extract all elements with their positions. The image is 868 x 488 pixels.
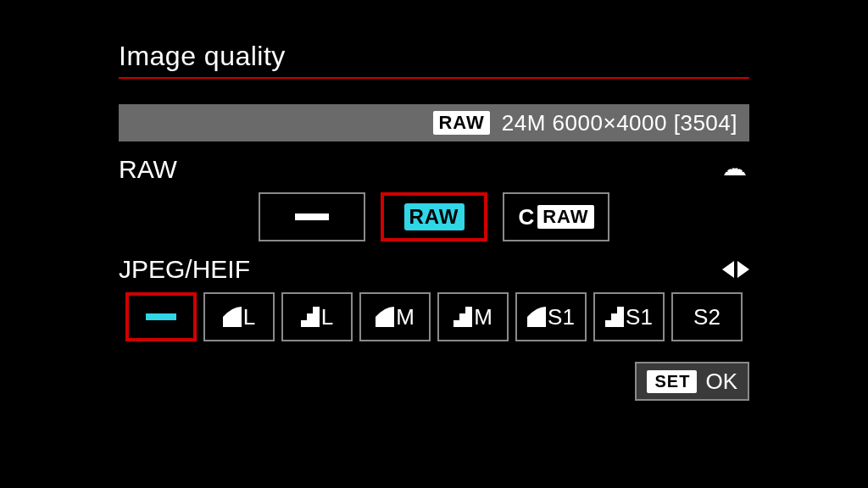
raw-option-craw[interactable]: C RAW [503, 192, 609, 241]
raw-label: RAW [119, 155, 177, 184]
raw-options: RAW C RAW [119, 192, 749, 241]
size-label: M [396, 304, 415, 330]
arrow-right-icon [737, 261, 749, 278]
title-bar: Image quality [119, 41, 749, 79]
raw-row-header: RAW [119, 155, 749, 184]
raw-option-none[interactable] [259, 192, 365, 241]
image-quality-screen: Image quality RAW 24M 6000×4000 [3504] R… [0, 0, 868, 401]
raw-chip: RAW [404, 203, 465, 230]
fine-quality-icon [376, 307, 394, 327]
craw-badge: RAW [537, 205, 593, 229]
jpeg-label: JPEG/HEIF [119, 255, 250, 284]
size-label: S1 [548, 304, 575, 330]
size-label: M [474, 304, 492, 330]
craw-prefix: C [518, 204, 534, 230]
ok-label: OK [705, 369, 737, 395]
page-title: Image quality [119, 41, 749, 72]
resolution-text: 24M 6000×4000 [3504] [502, 110, 737, 136]
fine-quality-icon [223, 307, 242, 327]
jpeg-option-normal-s1[interactable]: S1 [593, 292, 665, 341]
normal-quality-icon [453, 307, 472, 327]
ok-button[interactable]: SET OK [635, 362, 749, 401]
fine-quality-icon [527, 307, 546, 327]
craw-label-group: C RAW [518, 204, 593, 230]
svg-line-0 [726, 168, 727, 172]
size-label: S2 [693, 304, 721, 330]
svg-line-4 [743, 168, 744, 172]
set-badge: SET [647, 370, 698, 393]
jpeg-options: L L M M S1 S1 S2 [119, 292, 749, 341]
nav-arrows[interactable] [722, 261, 749, 278]
jpeg-option-normal-l[interactable]: L [281, 292, 353, 341]
jpeg-option-normal-m[interactable]: M [437, 292, 509, 341]
jpeg-option-fine-l[interactable]: L [203, 292, 275, 341]
footer: SET OK [119, 362, 749, 401]
size-label: L [321, 304, 333, 330]
status-bar: RAW 24M 6000×4000 [3504] [119, 104, 749, 141]
jpeg-option-none[interactable] [125, 292, 197, 341]
dash-icon [146, 313, 176, 320]
title-underline [119, 77, 749, 79]
normal-quality-icon [301, 307, 320, 327]
jpeg-option-fine-s1[interactable]: S1 [515, 292, 587, 341]
jpeg-row-header: JPEG/HEIF [119, 255, 749, 284]
jpeg-option-s2[interactable]: S2 [671, 292, 743, 341]
jpeg-option-fine-m[interactable]: M [359, 292, 431, 341]
raw-badge: RAW [433, 111, 489, 135]
size-label: S1 [626, 304, 653, 330]
raw-option-raw[interactable]: RAW [381, 192, 487, 241]
normal-quality-icon [605, 307, 624, 327]
dash-icon [295, 214, 329, 220]
arrow-left-icon [722, 261, 734, 278]
dial-icon [721, 162, 749, 177]
size-label: L [243, 304, 255, 330]
